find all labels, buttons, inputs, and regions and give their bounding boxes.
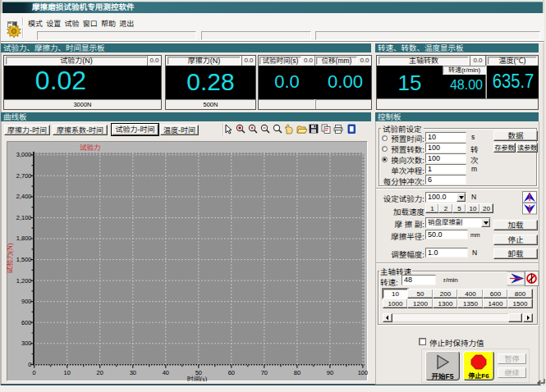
svg-text:时间(s): 时间(s)	[187, 374, 208, 381]
svg-text:0: 0	[33, 369, 36, 376]
svg-text:10: 10	[64, 369, 71, 376]
svg-text:3,000: 3,000	[16, 151, 32, 158]
svg-text:100: 100	[358, 369, 368, 376]
svg-text:2,100: 2,100	[16, 214, 32, 221]
svg-text:试验力(N): 试验力(N)	[7, 243, 14, 273]
svg-text:900: 900	[21, 298, 32, 305]
svg-text:60: 60	[228, 369, 235, 376]
svg-text:2,700: 2,700	[16, 172, 32, 180]
svg-text:30: 30	[130, 369, 136, 376]
svg-text:600: 600	[21, 319, 32, 326]
svg-text:1,500: 1,500	[16, 256, 32, 263]
svg-text:90: 90	[327, 369, 333, 376]
svg-text:300: 300	[21, 340, 32, 347]
svg-text:80: 80	[294, 369, 301, 376]
svg-text:20: 20	[97, 369, 103, 376]
svg-text:1,200: 1,200	[16, 277, 32, 285]
svg-text:70: 70	[261, 369, 268, 376]
svg-text:40: 40	[163, 369, 169, 376]
svg-text:1,800: 1,800	[16, 235, 32, 242]
svg-text:2,400: 2,400	[16, 193, 32, 200]
svg-text:0: 0	[28, 361, 31, 368]
svg-text:试验力: 试验力	[80, 142, 101, 152]
